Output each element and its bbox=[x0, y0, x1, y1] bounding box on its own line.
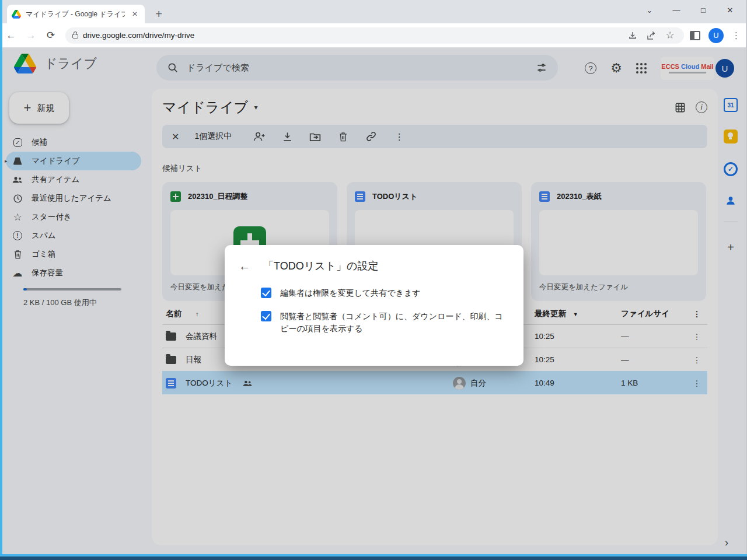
url-text[interactable]: drive.google.com/drive/my-drive bbox=[83, 31, 621, 40]
drive-favicon bbox=[12, 10, 21, 19]
browser-menu-icon[interactable]: ⋮ bbox=[732, 30, 741, 41]
dialog-option-row[interactable]: 編集者は権限を変更して共有できます bbox=[261, 287, 509, 300]
checkbox-viewers-can-download[interactable] bbox=[261, 311, 271, 321]
download-status-icon[interactable] bbox=[626, 30, 640, 41]
share-icon[interactable] bbox=[644, 30, 658, 41]
window-minimize-button[interactable]: — bbox=[663, 0, 690, 20]
new-tab-button[interactable]: + bbox=[151, 6, 167, 22]
dialog-back-icon[interactable]: ← bbox=[239, 260, 250, 273]
drive-page: ドライブ ドライブで検索 ? ⚙ ECCS Cloud Mail U + 新規 … bbox=[0, 48, 747, 554]
tab-close-icon[interactable]: ✕ bbox=[130, 10, 140, 18]
bookmark-star-icon[interactable]: ☆ bbox=[663, 29, 677, 41]
browser-titlebar: マイドライブ - Google ドライブ ✕ + ⌄ — □ ✕ bbox=[0, 0, 747, 23]
browser-profile-avatar[interactable]: U bbox=[708, 28, 724, 43]
window-close-button[interactable]: ✕ bbox=[717, 0, 743, 20]
checkbox-editors-can-share[interactable] bbox=[261, 288, 271, 298]
side-panel-toggle-icon[interactable] bbox=[690, 31, 700, 40]
window-maximize-button[interactable]: □ bbox=[690, 0, 717, 20]
settings-dialog: ← 「TODOリスト」の設定 編集者は権限を変更して共有できます 閲覧者と閲覧者… bbox=[225, 245, 523, 366]
forward-button[interactable]: → bbox=[22, 27, 40, 44]
window-border bbox=[0, 0, 2, 560]
address-bar[interactable]: drive.google.com/drive/my-drive ☆ bbox=[65, 27, 684, 44]
dialog-title: 「TODOリスト」の設定 bbox=[263, 259, 378, 273]
lock-icon bbox=[72, 34, 78, 38]
browser-toolbar: ← → ⟳ drive.google.com/drive/my-drive ☆ … bbox=[0, 23, 747, 48]
browser-tab[interactable]: マイドライブ - Google ドライブ ✕ bbox=[7, 5, 145, 23]
back-button[interactable]: ← bbox=[2, 27, 20, 44]
window-border bbox=[0, 554, 747, 560]
window-menu-chevron-icon[interactable]: ⌄ bbox=[636, 0, 663, 20]
reload-button[interactable]: ⟳ bbox=[42, 27, 60, 44]
dialog-option-row[interactable]: 閲覧者と閲覧者（コメント可）に、ダウンロード、印刷、コピーの項目を表示する bbox=[261, 310, 509, 335]
tab-title: マイドライブ - Google ドライブ bbox=[26, 9, 125, 19]
